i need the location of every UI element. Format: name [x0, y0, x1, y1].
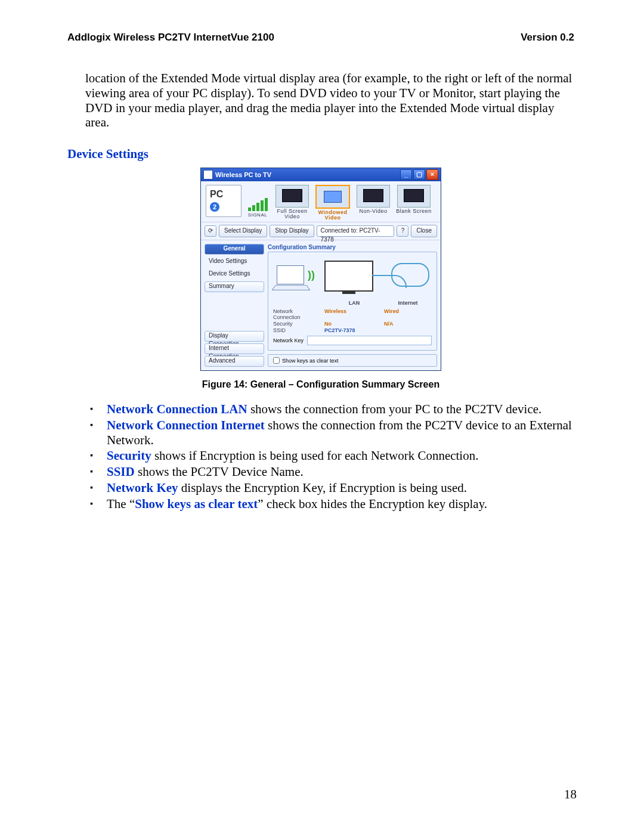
show-keys-checkbox[interactable] — [273, 357, 280, 364]
pc-logo: PC 2 — [206, 185, 242, 217]
figure-caption: Figure 14: General – Configuration Summa… — [67, 379, 574, 390]
refresh-button[interactable]: ⟳ — [205, 225, 216, 237]
window-title: Wireless PC to TV — [215, 171, 271, 178]
mode-nonvideo[interactable]: Non-Video — [355, 185, 392, 214]
signal-label: SIGNAL — [245, 212, 270, 218]
help-button[interactable]: ? — [397, 225, 408, 237]
doc-header-right: Version 0.2 — [521, 32, 574, 44]
network-key-field[interactable] — [307, 336, 432, 345]
list-item: Security shows if Encryption is being us… — [90, 448, 574, 463]
row-security-label: Security — [273, 321, 324, 327]
mode-windowed[interactable]: WindowedVideo — [314, 185, 351, 221]
doc-header-left: Addlogix Wireless PC2TV InternetVue 2100 — [67, 32, 274, 44]
sidebar: General Video Settings Device Settings S… — [205, 244, 264, 367]
select-display-button[interactable]: Select Display — [219, 225, 267, 237]
col-internet: Internet — [384, 300, 432, 306]
row-netconn-label: NetworkConnection — [273, 308, 324, 320]
list-item: Network Connection LAN shows the connect… — [90, 402, 574, 417]
minimize-button[interactable]: _ — [400, 169, 412, 180]
maximize-button[interactable]: ▢ — [413, 169, 425, 180]
mode-label: Non-Video — [355, 209, 392, 214]
row-security-lan: No — [324, 321, 384, 327]
signal-bars-icon — [245, 196, 270, 211]
connection-status: Connected to: PC2TV-7378 — [317, 225, 395, 237]
sidebar-item-device-settings[interactable]: Device Settings — [205, 269, 264, 280]
list-item: SSID shows the PC2TV Device Name. — [90, 465, 574, 479]
section-title: Device Settings — [67, 147, 574, 162]
sidebar-item-video-settings[interactable]: Video Settings — [205, 256, 264, 267]
list-item: Network Key displays the Encryption Key,… — [90, 481, 574, 496]
list-item: Network Connection Internet shows the co… — [90, 418, 574, 448]
tv-icon — [324, 261, 373, 292]
titlebar[interactable]: Wireless PC to TV _ ▢ × — [201, 168, 441, 181]
cloud-icon — [391, 263, 429, 287]
row-netconn-lan: Wireless — [324, 308, 384, 320]
list-item: The “Show keys as clear text” check box … — [90, 497, 574, 512]
page-number: 18 — [564, 787, 577, 802]
col-lan: LAN — [324, 300, 384, 306]
sidebar-item-advanced[interactable]: Advanced — [205, 356, 264, 367]
sidebar-item-general[interactable]: General — [205, 244, 264, 255]
topology-diagram: )) — [273, 257, 432, 296]
mode-fullscreen[interactable]: Full ScreenVideo — [274, 185, 311, 219]
close-window-button[interactable]: × — [426, 169, 438, 180]
mode-blank[interactable]: Blank Screen — [395, 185, 432, 214]
laptop-icon — [277, 265, 304, 284]
app-icon — [203, 170, 213, 179]
bullet-list: Network Connection LAN shows the connect… — [90, 402, 574, 511]
sidebar-item-display-connection[interactable]: Display Connection — [205, 331, 264, 342]
close-button[interactable]: Close — [411, 225, 437, 237]
sidebar-item-internet-connection[interactable]: Internet Connection — [205, 343, 264, 354]
group-title: Configuration Summary — [268, 244, 437, 250]
sidebar-item-summary[interactable]: Summary — [205, 281, 264, 292]
app-window: Wireless PC to TV _ ▢ × PC 2 SIGNAL — [200, 168, 441, 371]
row-security-internet: N/A — [384, 321, 432, 327]
mode-label: WindowedVideo — [314, 210, 351, 221]
row-ssid-value: PC2TV-7378 — [324, 327, 384, 333]
row-netconn-internet: Wired — [384, 308, 432, 320]
mode-label: Full ScreenVideo — [274, 209, 311, 219]
show-keys-label: Show keys as clear text — [282, 358, 339, 364]
row-ssid-label: SSID — [273, 327, 324, 333]
row-networkkey-label: Network Key — [273, 337, 304, 343]
continuation-paragraph: location of the Extended Mode virtual di… — [85, 71, 574, 130]
stop-display-button[interactable]: Stop Display — [270, 225, 314, 237]
wireless-icon: )) — [308, 269, 315, 281]
mode-label: Blank Screen — [395, 209, 432, 214]
config-summary-group: )) LAN Internet NetworkConnection — [268, 252, 437, 351]
